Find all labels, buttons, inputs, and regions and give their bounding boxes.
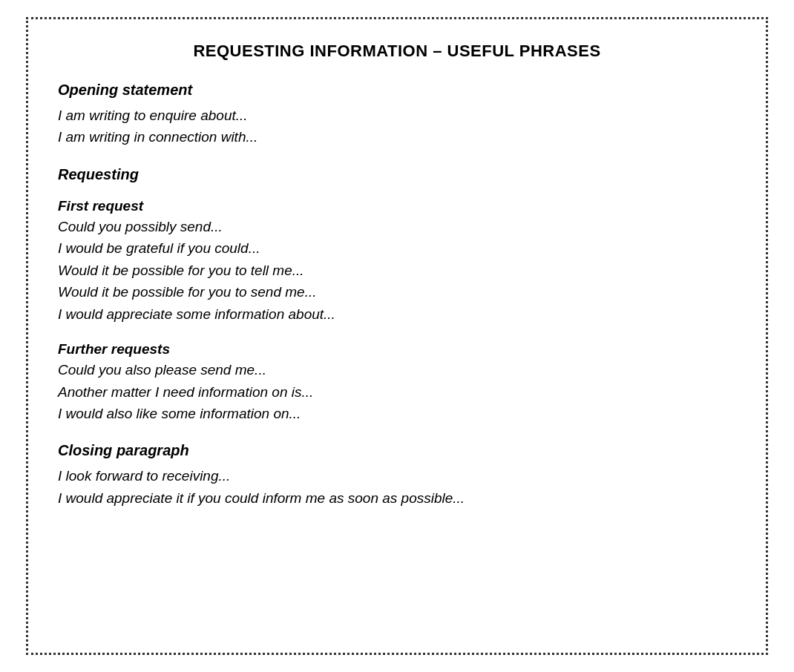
heading-opening-statement: Opening statement bbox=[58, 82, 736, 99]
phrase-first-1: Could you possibly send... bbox=[58, 216, 736, 237]
heading-requesting: Requesting bbox=[58, 166, 736, 183]
section-opening-statement: Opening statement I am writing to enquir… bbox=[58, 82, 736, 148]
subsection-further-requests: Further requests Could you also please s… bbox=[58, 341, 736, 424]
heading-first-request: First request bbox=[58, 198, 736, 214]
section-requesting: Requesting First request Could you possi… bbox=[58, 166, 736, 425]
phrase-further-2: Another matter I need information on is.… bbox=[58, 381, 736, 403]
section-closing-paragraph: Closing paragraph I look forward to rece… bbox=[58, 442, 736, 509]
subsection-first-request: First request Could you possibly send...… bbox=[58, 198, 736, 325]
phrase-first-5: I would appreciate some information abou… bbox=[58, 303, 736, 325]
phrase-opening-1: I am writing to enquire about... bbox=[58, 105, 736, 126]
page-title: REQUESTING INFORMATION – USEFUL PHRASES bbox=[58, 42, 736, 61]
phrase-first-3: Would it be possible for you to tell me.… bbox=[58, 260, 736, 281]
heading-further-requests: Further requests bbox=[58, 341, 736, 358]
card: REQUESTING INFORMATION – USEFUL PHRASES … bbox=[26, 17, 768, 655]
phrase-further-1: Could you also please send me... bbox=[58, 359, 736, 381]
phrase-further-3: I would also like some information on... bbox=[58, 403, 736, 424]
phrase-first-2: I would be grateful if you could... bbox=[58, 237, 736, 259]
phrase-first-4: Would it be possible for you to send me.… bbox=[58, 281, 736, 303]
heading-closing-paragraph: Closing paragraph bbox=[58, 442, 736, 459]
phrase-closing-2: I would appreciate it if you could infor… bbox=[58, 487, 736, 509]
phrase-closing-1: I look forward to receiving... bbox=[58, 465, 736, 487]
phrase-opening-2: I am writing in connection with... bbox=[58, 126, 736, 148]
